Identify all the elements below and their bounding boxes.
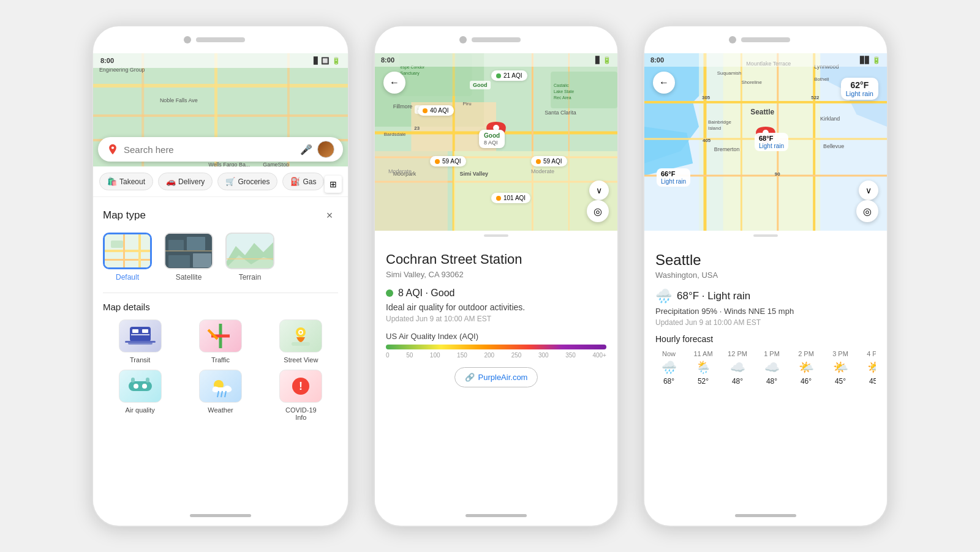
location-icon-2: ◎ — [594, 206, 602, 217]
close-button[interactable]: × — [321, 207, 338, 224]
aqi-scale-bar — [386, 345, 606, 349]
layers-btn-2[interactable]: ∨ — [589, 181, 609, 200]
chip-gas[interactable]: ⛽ Gas — [282, 173, 324, 190]
phone2-speaker — [472, 37, 521, 42]
hourly-weather-icon: 🌤️ — [799, 360, 814, 375]
hourly-temp: 46° — [801, 377, 812, 386]
svg-rect-24 — [187, 237, 205, 250]
weather-region: Washington, USA — [655, 270, 876, 280]
hourly-temp: 48° — [732, 377, 743, 386]
aqi-badge-101: 101 AQI — [491, 193, 530, 203]
battery-icon-3: 🔋 — [872, 56, 881, 64]
map-type-title: Map type — [103, 209, 146, 222]
transit-label: Transit — [130, 356, 150, 364]
hourly-weather-icon: 🌤️ — [867, 360, 876, 375]
detail-streetview[interactable]: Street View — [264, 319, 338, 364]
pin-temp-label: 68°FLight rain — [755, 133, 788, 151]
phone1-search-bar[interactable]: Search here 🎤 — [98, 137, 343, 162]
svg-rect-26 — [193, 253, 211, 267]
svg-rect-47 — [131, 378, 135, 382]
hourly-item: 12 PM ☁️ 48° — [724, 350, 751, 386]
covid-icon-box: ! — [279, 370, 322, 403]
svg-rect-25 — [168, 255, 190, 267]
svg-text:Sanctuary: Sanctuary — [401, 71, 420, 76]
phone1-content: Engineering Group Noble Falls Ave Miso G… — [93, 53, 348, 505]
svg-text:Bothell: Bothell — [814, 76, 829, 82]
chip-groceries-label: Groceries — [238, 177, 270, 186]
layers-icon[interactable]: ⊞ — [325, 176, 342, 193]
default-thumb-bg — [105, 234, 150, 267]
hourly-item: 11 AM 🌦️ 52° — [690, 350, 717, 386]
phone2-time: 8:00 — [381, 56, 394, 64]
location-button-3[interactable]: ◎ — [856, 200, 878, 222]
weather-city: Seattle — [655, 252, 876, 269]
scroll-indicator-2 — [375, 231, 617, 241]
svg-rect-41 — [292, 342, 310, 346]
hourly-forecast-label: Hourly forecast — [655, 334, 876, 344]
phone2-info-panel: Cochran Street Station Simi Valley, CA 9… — [375, 241, 617, 393]
google-maps-icon — [107, 143, 119, 155]
svg-rect-19 — [138, 234, 141, 269]
detail-traffic[interactable]: Traffic — [183, 319, 257, 364]
map-type-satellite[interactable]: Satellite — [164, 233, 213, 282]
hourly-time: 12 PM — [728, 350, 747, 357]
detail-covid[interactable]: ! COVID-19 Info — [264, 370, 338, 421]
chip-takeout[interactable]: 🛍️ Takeout — [99, 173, 153, 190]
aqi-badge-21: 21 AQI — [491, 70, 527, 81]
phone3-content: 8:00 ▊▊ 🔋 — [644, 53, 887, 505]
svg-text:Simi Valley: Simi Valley — [460, 171, 488, 177]
svg-rect-44 — [129, 381, 152, 391]
location-button-2[interactable]: ◎ — [587, 200, 609, 222]
weather-label: Weather — [208, 406, 233, 414]
streetview-label: Street View — [284, 356, 318, 364]
svg-text:!: ! — [299, 380, 303, 392]
detail-airquality[interactable]: Air quality — [103, 370, 177, 421]
hourly-time: 1 PM — [764, 350, 780, 357]
hourly-weather-icon: ☁️ — [764, 360, 780, 375]
user-avatar[interactable] — [317, 141, 334, 158]
map-type-terrain[interactable]: Terrain — [225, 233, 274, 282]
svg-rect-18 — [123, 234, 125, 269]
hourly-time: 4 PM — [867, 350, 876, 357]
scroll-indicator-3 — [644, 231, 887, 241]
streetview-icon-box — [279, 319, 322, 352]
layers-btn-3[interactable]: ∨ — [859, 181, 878, 200]
hourly-scroll: Now 🌧️ 68° 11 AM 🌦️ 52° 12 PM ☁️ 48° 1 P… — [655, 350, 876, 389]
battery-icon-2: 🔋 — [603, 56, 611, 64]
back-button-2[interactable]: ← — [383, 72, 405, 94]
satellite-label: Satellite — [176, 273, 202, 282]
map-type-default[interactable]: Default — [103, 233, 152, 282]
svg-text:GameStop: GameStop — [263, 162, 289, 166]
svg-text:Fillmore: Fillmore — [393, 103, 413, 110]
svg-text:Kirkland: Kirkland — [820, 116, 840, 122]
default-thumb — [103, 233, 152, 269]
aqi-badge-59a: 59 AQI — [430, 156, 466, 166]
purpleair-button[interactable]: 🔗 PurpleAir.com — [454, 367, 538, 387]
hourly-item: 3 PM 🌤️ 45° — [827, 350, 854, 386]
svg-rect-29 — [227, 258, 274, 259]
phone3-map: 8:00 ▊▊ 🔋 — [644, 53, 887, 231]
covid-label: COVID-19 Info — [285, 406, 317, 421]
airquality-label: Air quality — [126, 406, 155, 414]
hourly-weather-icon: ☁️ — [730, 360, 745, 375]
search-input[interactable]: Search here — [124, 144, 295, 155]
phone3-bottom-bar — [735, 514, 796, 517]
satellite-thumb-bg — [165, 234, 212, 268]
svg-text:Lake State: Lake State — [554, 89, 574, 94]
phone-1: Engineering Group Noble Falls Ave Miso G… — [92, 25, 349, 527]
hourly-temp: 48° — [766, 377, 777, 386]
hourly-temp: 45° — [869, 377, 876, 386]
svg-text:Island: Island — [708, 125, 721, 131]
detail-weather[interactable]: Weather — [183, 370, 257, 421]
chip-groceries[interactable]: 🛒 Groceries — [217, 173, 277, 190]
back-button-3[interactable]: ← — [653, 72, 675, 94]
chip-delivery[interactable]: 🚗 Delivery — [158, 173, 213, 190]
mic-icon[interactable]: 🎤 — [300, 144, 312, 155]
phone2-status: 8:00 ▊ 🔋 — [375, 53, 617, 67]
hourly-time: 3 PM — [832, 350, 848, 357]
aqi-status-dot — [386, 289, 393, 297]
detail-transit[interactable]: Transit — [103, 319, 177, 364]
hourly-item: Now 🌧️ 68° — [655, 350, 682, 386]
terrain-thumb — [225, 233, 274, 269]
delivery-icon: 🚗 — [166, 177, 176, 186]
